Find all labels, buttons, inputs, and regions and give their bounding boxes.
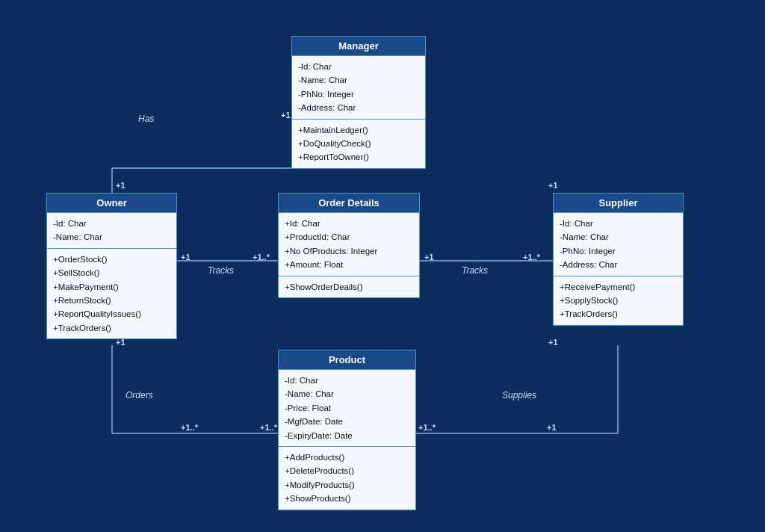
has-label: Has bbox=[138, 114, 154, 124]
supplier-attributes: -Id: Char-Name: Char-PhNo: Integer-Addre… bbox=[554, 213, 683, 276]
order-details-methods: +ShowOrderDeails() bbox=[279, 276, 419, 297]
manager-title: Manager bbox=[292, 37, 425, 56]
orders-label: Orders bbox=[126, 390, 153, 400]
mult-product-supplier: +1..* bbox=[418, 423, 436, 432]
mult-supplier-product-1: +1 bbox=[548, 338, 558, 347]
mult-owner-product-2: +1..* bbox=[181, 423, 198, 432]
supplies-label: Supplies bbox=[502, 390, 536, 400]
mult-owner-product-1: +1 bbox=[116, 338, 126, 347]
order-details-class: Order Details +Id: Char+ProductId: Char+… bbox=[278, 193, 420, 298]
product-title: Product bbox=[279, 350, 415, 370]
owner-class: Owner -Id: Char-Name: Char +OrderStock()… bbox=[46, 193, 177, 339]
diagram-container: Manager -Id: Char-Name: Char-PhNo: Integ… bbox=[0, 0, 765, 532]
mult-supplier-product-2: +1 bbox=[547, 423, 557, 432]
mult-order-supplier-2: +1..* bbox=[523, 253, 540, 262]
product-methods: +AddProducts()+DeleteProducts()+ModifyPr… bbox=[279, 447, 415, 510]
mult-manager-owner-2: +1 bbox=[116, 181, 126, 190]
product-attributes: -Id: Char-Name: Char-Price: Float-MgfDat… bbox=[279, 370, 415, 447]
order-details-attributes: +Id: Char+ProductId: Char+No OfProducts:… bbox=[279, 213, 419, 276]
tracks-label-2: Tracks bbox=[462, 265, 488, 276]
manager-methods: +MaintainLedger()+DoQualityCheck()+Repor… bbox=[292, 120, 425, 168]
mult-owner-order-1: +1 bbox=[181, 253, 191, 262]
owner-title: Owner bbox=[47, 194, 176, 213]
mult-order-supplier-1: +1 bbox=[424, 253, 434, 262]
manager-class: Manager -Id: Char-Name: Char-PhNo: Integ… bbox=[291, 36, 426, 169]
mult-manager-owner-1: +1 bbox=[281, 111, 291, 120]
supplier-class: Supplier -Id: Char-Name: Char-PhNo: Inte… bbox=[553, 193, 684, 326]
mult-product-owner: +1..* bbox=[260, 423, 277, 432]
owner-methods: +OrderStock()+SellStock()+MakePayment()+… bbox=[47, 249, 176, 338]
manager-attributes: -Id: Char-Name: Char-PhNo: Integer-Addre… bbox=[292, 56, 425, 120]
order-details-title: Order Details bbox=[279, 194, 419, 213]
supplier-methods: +ReceivePayment()+SupplyStock()+TrackOrd… bbox=[554, 276, 683, 325]
mult-owner-order-2: +1..* bbox=[253, 253, 270, 262]
product-class: Product -Id: Char-Name: Char-Price: Floa… bbox=[278, 350, 416, 510]
owner-attributes: -Id: Char-Name: Char bbox=[47, 213, 176, 249]
supplier-title: Supplier bbox=[554, 194, 683, 213]
tracks-label-1: Tracks bbox=[208, 265, 234, 276]
mult-supplier-top: +1 bbox=[548, 181, 558, 190]
